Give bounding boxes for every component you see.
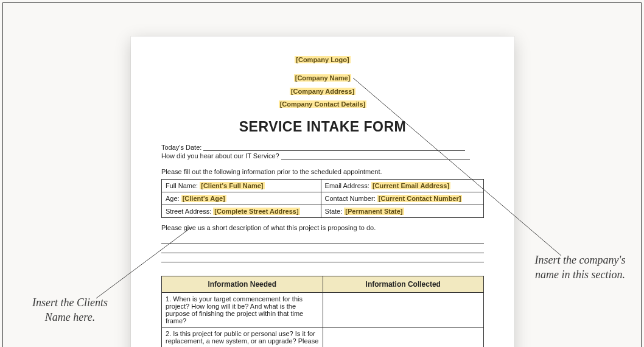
info-needed-cell-1: 1. When is your target commencement for … — [162, 292, 323, 327]
state-label: State: — [325, 208, 343, 215]
table-row: Street Address: [Complete Street Address… — [162, 205, 484, 217]
info-needed-header: Information Needed — [162, 276, 323, 292]
company-name-placeholder: [Company Name] — [294, 74, 351, 82]
email-label: Email Address: — [325, 182, 369, 189]
state-cell: State: [Permanent State] — [321, 205, 483, 217]
form-title: SERVICE INTAKE FORM — [161, 119, 484, 135]
todays-date-line — [203, 144, 465, 151]
client-info-table: Full Name: [Client's Full Name] Email Ad… — [161, 179, 484, 218]
annotation-company-name: Insert the company's name in this sectio… — [534, 253, 626, 282]
email-placeholder: [Current Email Address] — [371, 182, 450, 189]
street-cell: Street Address: [Complete Street Address… — [162, 205, 321, 217]
company-address-placeholder: [Company Address] — [290, 88, 355, 95]
full-name-cell: Full Name: [Client's Full Name] — [162, 179, 321, 192]
contact-placeholder: [Current Contact Number] — [377, 195, 463, 202]
company-contact-placeholder: [Company Contact Details] — [279, 100, 367, 108]
description-lines — [161, 235, 484, 262]
fill-instruction: Please fill out the following informatio… — [161, 168, 484, 175]
contact-cell: Contact Number: [Current Contact Number] — [321, 192, 483, 205]
table-row: 2. Is this project for public or persona… — [162, 327, 484, 347]
age-placeholder: [Client's Age] — [181, 195, 226, 202]
document-page: [Company Logo] [Company Name] [Company A… — [131, 37, 514, 347]
info-needed-table: Information Needed Information Collected… — [161, 276, 484, 347]
company-logo-placeholder: [Company Logo] — [295, 56, 350, 63]
company-block: [Company Name] [Company Address] [Compan… — [161, 71, 484, 110]
info-collected-cell-2 — [323, 327, 484, 347]
table-row: Age: [Client's Age] Contact Number: [Cur… — [162, 192, 484, 205]
full-name-placeholder: [Client's Full Name] — [200, 182, 264, 189]
age-cell: Age: [Client's Age] — [162, 192, 321, 205]
state-placeholder: [Permanent State] — [344, 208, 404, 215]
street-placeholder: [Complete Street Address] — [213, 208, 299, 215]
email-cell: Email Address: [Current Email Address] — [321, 179, 483, 192]
todays-date-label: Today's Date: — [161, 144, 201, 151]
info-collected-header: Information Collected — [323, 276, 484, 292]
description-prompt: Please give us a short description of wh… — [161, 224, 484, 231]
table-row: Full Name: [Client's Full Name] Email Ad… — [162, 179, 484, 192]
hear-about-label: How did you hear about our IT Service? — [161, 152, 279, 159]
hear-about-row: How did you hear about our IT Service? — [161, 152, 484, 159]
contact-label: Contact Number: — [325, 195, 376, 202]
hear-about-line — [281, 153, 470, 159]
annotation-client-name: Insert the Clients Name here. — [24, 295, 116, 325]
table-row: 1. When is your target commencement for … — [162, 292, 484, 327]
age-label: Age: — [166, 195, 180, 202]
todays-date-row: Today's Date: — [161, 144, 484, 151]
company-header: [Company Logo] [Company Name] [Company A… — [161, 54, 484, 135]
info-needed-cell-2: 2. Is this project for public or persona… — [162, 327, 323, 347]
street-label: Street Address: — [166, 208, 211, 215]
table-header-row: Information Needed Information Collected — [162, 276, 484, 292]
info-collected-cell-1 — [323, 292, 484, 327]
full-name-label: Full Name: — [166, 182, 198, 189]
